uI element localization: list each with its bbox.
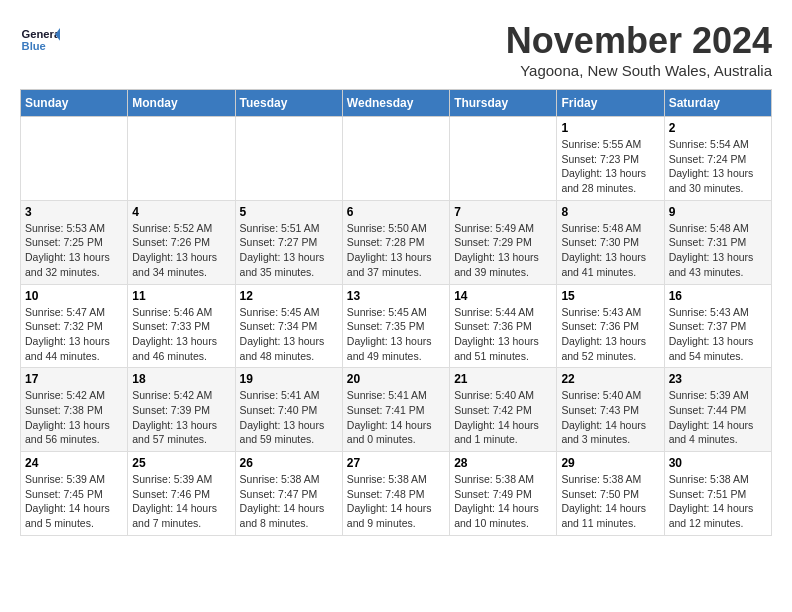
day-info: Sunrise: 5:50 AMSunset: 7:28 PMDaylight:… [347, 221, 445, 280]
calendar-cell: 28Sunrise: 5:38 AMSunset: 7:49 PMDayligh… [450, 452, 557, 536]
day-number: 2 [669, 121, 767, 135]
day-number: 10 [25, 289, 123, 303]
calendar-table: SundayMondayTuesdayWednesdayThursdayFrid… [20, 89, 772, 536]
calendar-cell: 21Sunrise: 5:40 AMSunset: 7:42 PMDayligh… [450, 368, 557, 452]
day-info: Sunrise: 5:41 AMSunset: 7:41 PMDaylight:… [347, 388, 445, 447]
title-section: November 2024 Yagoona, New South Wales, … [506, 20, 772, 79]
calendar-cell: 4Sunrise: 5:52 AMSunset: 7:26 PMDaylight… [128, 200, 235, 284]
day-info: Sunrise: 5:38 AMSunset: 7:47 PMDaylight:… [240, 472, 338, 531]
day-number: 11 [132, 289, 230, 303]
day-info: Sunrise: 5:53 AMSunset: 7:25 PMDaylight:… [25, 221, 123, 280]
day-info: Sunrise: 5:46 AMSunset: 7:33 PMDaylight:… [132, 305, 230, 364]
day-number: 30 [669, 456, 767, 470]
day-number: 13 [347, 289, 445, 303]
day-number: 17 [25, 372, 123, 386]
calendar-week-row: 1Sunrise: 5:55 AMSunset: 7:23 PMDaylight… [21, 117, 772, 201]
day-number: 26 [240, 456, 338, 470]
calendar-cell: 3Sunrise: 5:53 AMSunset: 7:25 PMDaylight… [21, 200, 128, 284]
day-number: 7 [454, 205, 552, 219]
day-number: 1 [561, 121, 659, 135]
day-number: 14 [454, 289, 552, 303]
day-info: Sunrise: 5:43 AMSunset: 7:36 PMDaylight:… [561, 305, 659, 364]
calendar-cell: 20Sunrise: 5:41 AMSunset: 7:41 PMDayligh… [342, 368, 449, 452]
calendar-week-row: 17Sunrise: 5:42 AMSunset: 7:38 PMDayligh… [21, 368, 772, 452]
svg-text:General: General [22, 28, 60, 40]
day-info: Sunrise: 5:45 AMSunset: 7:35 PMDaylight:… [347, 305, 445, 364]
weekday-header-wednesday: Wednesday [342, 90, 449, 117]
day-number: 9 [669, 205, 767, 219]
day-info: Sunrise: 5:52 AMSunset: 7:26 PMDaylight:… [132, 221, 230, 280]
day-number: 15 [561, 289, 659, 303]
calendar-cell: 13Sunrise: 5:45 AMSunset: 7:35 PMDayligh… [342, 284, 449, 368]
calendar-header: SundayMondayTuesdayWednesdayThursdayFrid… [21, 90, 772, 117]
calendar-cell [235, 117, 342, 201]
calendar-cell: 14Sunrise: 5:44 AMSunset: 7:36 PMDayligh… [450, 284, 557, 368]
calendar-cell: 10Sunrise: 5:47 AMSunset: 7:32 PMDayligh… [21, 284, 128, 368]
calendar-cell: 6Sunrise: 5:50 AMSunset: 7:28 PMDaylight… [342, 200, 449, 284]
calendar-cell: 12Sunrise: 5:45 AMSunset: 7:34 PMDayligh… [235, 284, 342, 368]
day-info: Sunrise: 5:39 AMSunset: 7:44 PMDaylight:… [669, 388, 767, 447]
day-info: Sunrise: 5:47 AMSunset: 7:32 PMDaylight:… [25, 305, 123, 364]
day-info: Sunrise: 5:45 AMSunset: 7:34 PMDaylight:… [240, 305, 338, 364]
day-number: 18 [132, 372, 230, 386]
calendar-cell: 29Sunrise: 5:38 AMSunset: 7:50 PMDayligh… [557, 452, 664, 536]
weekday-header-friday: Friday [557, 90, 664, 117]
calendar-cell [128, 117, 235, 201]
weekday-header-thursday: Thursday [450, 90, 557, 117]
day-number: 29 [561, 456, 659, 470]
day-number: 3 [25, 205, 123, 219]
day-info: Sunrise: 5:38 AMSunset: 7:51 PMDaylight:… [669, 472, 767, 531]
calendar-cell: 19Sunrise: 5:41 AMSunset: 7:40 PMDayligh… [235, 368, 342, 452]
calendar-cell: 18Sunrise: 5:42 AMSunset: 7:39 PMDayligh… [128, 368, 235, 452]
calendar-cell: 9Sunrise: 5:48 AMSunset: 7:31 PMDaylight… [664, 200, 771, 284]
calendar-week-row: 3Sunrise: 5:53 AMSunset: 7:25 PMDaylight… [21, 200, 772, 284]
calendar-cell [450, 117, 557, 201]
day-info: Sunrise: 5:38 AMSunset: 7:50 PMDaylight:… [561, 472, 659, 531]
day-number: 19 [240, 372, 338, 386]
calendar-cell [21, 117, 128, 201]
day-info: Sunrise: 5:42 AMSunset: 7:38 PMDaylight:… [25, 388, 123, 447]
day-info: Sunrise: 5:40 AMSunset: 7:42 PMDaylight:… [454, 388, 552, 447]
calendar-cell: 7Sunrise: 5:49 AMSunset: 7:29 PMDaylight… [450, 200, 557, 284]
day-info: Sunrise: 5:42 AMSunset: 7:39 PMDaylight:… [132, 388, 230, 447]
calendar-cell: 1Sunrise: 5:55 AMSunset: 7:23 PMDaylight… [557, 117, 664, 201]
day-info: Sunrise: 5:43 AMSunset: 7:37 PMDaylight:… [669, 305, 767, 364]
calendar-week-row: 24Sunrise: 5:39 AMSunset: 7:45 PMDayligh… [21, 452, 772, 536]
day-number: 23 [669, 372, 767, 386]
calendar-cell: 26Sunrise: 5:38 AMSunset: 7:47 PMDayligh… [235, 452, 342, 536]
day-number: 22 [561, 372, 659, 386]
day-number: 27 [347, 456, 445, 470]
month-year-title: November 2024 [506, 20, 772, 62]
location-subtitle: Yagoona, New South Wales, Australia [506, 62, 772, 79]
day-number: 8 [561, 205, 659, 219]
day-info: Sunrise: 5:49 AMSunset: 7:29 PMDaylight:… [454, 221, 552, 280]
day-info: Sunrise: 5:41 AMSunset: 7:40 PMDaylight:… [240, 388, 338, 447]
day-number: 4 [132, 205, 230, 219]
day-number: 6 [347, 205, 445, 219]
day-number: 16 [669, 289, 767, 303]
calendar-cell: 5Sunrise: 5:51 AMSunset: 7:27 PMDaylight… [235, 200, 342, 284]
day-number: 12 [240, 289, 338, 303]
day-info: Sunrise: 5:51 AMSunset: 7:27 PMDaylight:… [240, 221, 338, 280]
day-number: 21 [454, 372, 552, 386]
svg-text:Blue: Blue [22, 40, 46, 52]
calendar-cell: 25Sunrise: 5:39 AMSunset: 7:46 PMDayligh… [128, 452, 235, 536]
weekday-header-row: SundayMondayTuesdayWednesdayThursdayFrid… [21, 90, 772, 117]
day-number: 24 [25, 456, 123, 470]
day-number: 28 [454, 456, 552, 470]
calendar-cell: 11Sunrise: 5:46 AMSunset: 7:33 PMDayligh… [128, 284, 235, 368]
calendar-cell: 22Sunrise: 5:40 AMSunset: 7:43 PMDayligh… [557, 368, 664, 452]
calendar-cell: 8Sunrise: 5:48 AMSunset: 7:30 PMDaylight… [557, 200, 664, 284]
logo: General Blue [20, 20, 60, 60]
calendar-cell: 2Sunrise: 5:54 AMSunset: 7:24 PMDaylight… [664, 117, 771, 201]
calendar-cell: 30Sunrise: 5:38 AMSunset: 7:51 PMDayligh… [664, 452, 771, 536]
calendar-cell [342, 117, 449, 201]
calendar-cell: 16Sunrise: 5:43 AMSunset: 7:37 PMDayligh… [664, 284, 771, 368]
day-info: Sunrise: 5:40 AMSunset: 7:43 PMDaylight:… [561, 388, 659, 447]
day-info: Sunrise: 5:54 AMSunset: 7:24 PMDaylight:… [669, 137, 767, 196]
day-info: Sunrise: 5:44 AMSunset: 7:36 PMDaylight:… [454, 305, 552, 364]
day-info: Sunrise: 5:48 AMSunset: 7:30 PMDaylight:… [561, 221, 659, 280]
day-info: Sunrise: 5:38 AMSunset: 7:48 PMDaylight:… [347, 472, 445, 531]
calendar-week-row: 10Sunrise: 5:47 AMSunset: 7:32 PMDayligh… [21, 284, 772, 368]
day-info: Sunrise: 5:55 AMSunset: 7:23 PMDaylight:… [561, 137, 659, 196]
